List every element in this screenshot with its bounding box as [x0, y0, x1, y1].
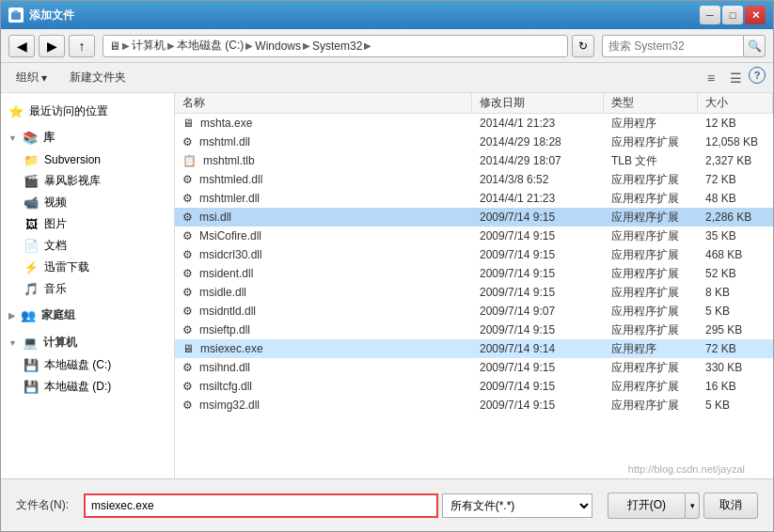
table-row[interactable]: ⚙ mshtmled.dll 2014/3/8 6:52 应用程序扩展 72 K… [175, 170, 773, 189]
open-dropdown-button[interactable]: ▾ [685, 493, 700, 519]
sidebar-item-picture[interactable]: 🖼 图片 [1, 213, 174, 235]
file-size: 2,327 KB [698, 151, 773, 170]
breadcrumb-drive[interactable]: 本地磁盘 (C:) [177, 38, 244, 54]
sidebar-item-subversion[interactable]: 📁 Subversion [1, 149, 174, 170]
table-row[interactable]: ⚙ msi.dll 2009/7/14 9:15 应用程序扩展 2,286 KB [175, 208, 773, 227]
breadcrumb[interactable]: 🖥 ▶ 计算机 ▶ 本地磁盘 (C:) ▶ Windows ▶ System32… [103, 35, 568, 57]
up-button[interactable]: ↑ [69, 35, 95, 57]
file-list-container: 名称 修改日期 类型 大小 🖥 mshta.exe 2014/4/1 21:23… [175, 93, 773, 478]
col-header-size[interactable]: 大小 [698, 93, 773, 113]
file-type: 应用程序扩展 [604, 189, 698, 208]
sidebar-storm-video-label: 暴风影视库 [44, 173, 101, 189]
view-list-button[interactable]: ≡ [700, 67, 722, 89]
library-expand-icon: ▼ [8, 133, 17, 143]
sidebar-library-header[interactable]: ▼ 📚 库 [1, 126, 174, 149]
sidebar-local-d-label: 本地磁盘 (D:) [44, 379, 111, 395]
sidebar-computer-header[interactable]: ▼ 💻 计算机 [1, 331, 174, 354]
footer-input-wrap: 所有文件(*.*)可执行文件(*.exe)DLL文件(*.dll) [84, 493, 592, 518]
table-row[interactable]: ⚙ mshtmler.dll 2014/4/1 21:23 应用程序扩展 48 … [175, 189, 773, 208]
sidebar-section-library: ▼ 📚 库 📁 Subversion 🎬 暴风影视库 📹 视频 🖼 [1, 126, 174, 300]
help-button[interactable]: ? [749, 67, 766, 84]
col-header-name[interactable]: 名称 [175, 93, 472, 113]
table-row[interactable]: ⚙ msimg32.dll 2009/7/14 9:15 应用程序扩展 5 KB [175, 396, 773, 415]
sidebar-subversion-label: Subversion [44, 153, 101, 166]
col-header-date[interactable]: 修改日期 [472, 93, 604, 113]
breadcrumb-computer[interactable]: 计算机 [132, 38, 166, 54]
sidebar-library-label: 库 [43, 130, 55, 146]
sidebar-item-local-d[interactable]: 💾 本地磁盘 (D:) [1, 376, 174, 398]
file-date: 2014/4/29 18:28 [472, 133, 604, 151]
close-button[interactable]: ✕ [745, 6, 766, 24]
file-icon-exe: 🖥 [182, 117, 194, 130]
table-row[interactable]: ⚙ msidle.dll 2009/7/14 9:15 应用程序扩展 8 KB [175, 283, 773, 302]
organize-label: 组织 [16, 70, 39, 86]
new-folder-label: 新建文件夹 [70, 70, 126, 86]
sidebar-music-label: 音乐 [44, 281, 67, 297]
file-size: 72 KB [698, 339, 773, 358]
file-date: 2009/7/14 9:07 [472, 302, 604, 321]
maximize-button[interactable]: □ [722, 6, 743, 24]
back-button[interactable]: ◀ [8, 35, 35, 57]
table-row[interactable]: 🖥 msiexec.exe 2009/7/14 9:14 应用程序 72 KB [175, 339, 773, 358]
table-row[interactable]: 🖥 mshta.exe 2014/4/1 21:23 应用程序 12 KB [175, 114, 773, 133]
breadcrumb-windows[interactable]: Windows [255, 39, 301, 53]
file-date: 2009/7/14 9:15 [472, 358, 604, 377]
filetype-select[interactable]: 所有文件(*.*)可执行文件(*.exe)DLL文件(*.dll) [442, 493, 592, 518]
file-size: 12,058 KB [698, 133, 773, 151]
sidebar-local-c-label: 本地磁盘 (C:) [44, 357, 111, 373]
sidebar-item-local-c[interactable]: 💾 本地磁盘 (C:) [1, 354, 174, 376]
file-icon-tlb: 📋 [182, 154, 197, 167]
sidebar-picture-label: 图片 [44, 216, 67, 232]
sidebar-item-music[interactable]: 🎵 音乐 [1, 278, 174, 300]
homegroup-expand-icon: ▶ [8, 311, 15, 321]
file-name: msihnd.dll [199, 361, 250, 374]
table-row[interactable]: ⚙ msidcrl30.dll 2009/7/14 9:15 应用程序扩展 46… [175, 245, 773, 264]
breadcrumb-system32[interactable]: System32 [312, 39, 362, 53]
table-row[interactable]: ⚙ msident.dll 2009/7/14 9:15 应用程序扩展 52 K… [175, 264, 773, 283]
file-size: 8 KB [698, 283, 773, 302]
file-name: msiltcfg.dll [199, 380, 252, 393]
search-button[interactable]: 🔍 [743, 35, 766, 57]
add-file-dialog: 添加文件 ─ □ ✕ ◀ ▶ ↑ 🖥 ▶ 计算机 ▶ 本地磁盘 (C:) ▶ W… [0, 0, 774, 532]
file-date: 2014/3/8 6:52 [472, 170, 604, 189]
computer-expand-icon: ▼ [8, 338, 17, 348]
open-button[interactable]: 打开(O) [608, 493, 685, 519]
file-icon-dll: ⚙ [182, 135, 193, 149]
file-type: TLB 文件 [604, 151, 698, 170]
table-row[interactable]: ⚙ msihnd.dll 2009/7/14 9:15 应用程序扩展 330 K… [175, 358, 773, 377]
refresh-button[interactable]: ↻ [572, 35, 594, 57]
file-name: MsiCofire.dll [199, 229, 261, 243]
sidebar-item-storm-video[interactable]: 🎬 暴风影视库 [1, 170, 174, 192]
table-row[interactable]: ⚙ msidntld.dll 2009/7/14 9:07 应用程序扩展 5 K… [175, 302, 773, 321]
sidebar-item-thunder[interactable]: ⚡ 迅雷下载 [1, 257, 174, 278]
file-date: 2009/7/14 9:15 [472, 396, 604, 415]
organize-button[interactable]: 组织 ▾ [8, 67, 55, 89]
dialog-icon [8, 8, 24, 23]
search-input[interactable] [602, 35, 743, 57]
sidebar-item-recent[interactable]: ⭐ 最近访问的位置 [1, 101, 174, 122]
table-row[interactable]: ⚙ MsiCofire.dll 2009/7/14 9:15 应用程序扩展 35… [175, 227, 773, 245]
sidebar-homegroup-header[interactable]: ▶ 👥 家庭组 [1, 304, 174, 327]
table-row[interactable]: ⚙ msieftp.dll 2009/7/14 9:15 应用程序扩展 295 … [175, 321, 773, 339]
filename-input[interactable] [84, 493, 438, 518]
subversion-icon: 📁 [24, 152, 39, 167]
table-row[interactable]: 📋 mshtml.tlb 2014/4/29 18:07 TLB 文件 2,32… [175, 151, 773, 170]
table-row[interactable]: ⚙ mshtml.dll 2014/4/29 18:28 应用程序扩展 12,0… [175, 133, 773, 151]
file-name: msidle.dll [199, 286, 246, 299]
sidebar-item-document[interactable]: 📄 文档 [1, 235, 174, 257]
file-size: 48 KB [698, 189, 773, 208]
file-type: 应用程序扩展 [604, 358, 698, 377]
col-header-type[interactable]: 类型 [604, 93, 698, 113]
file-name: msiexec.exe [200, 342, 263, 355]
homegroup-icon: 👥 [21, 308, 36, 323]
file-date: 2014/4/1 21:23 [472, 114, 604, 133]
minimize-button[interactable]: ─ [700, 6, 720, 24]
forward-button[interactable]: ▶ [39, 35, 65, 57]
sidebar-item-video[interactable]: 📹 视频 [1, 192, 174, 213]
cancel-button[interactable]: 取消 [703, 493, 758, 519]
sidebar-section-recent: ⭐ 最近访问的位置 [1, 101, 174, 122]
table-row[interactable]: ⚙ msiltcfg.dll 2009/7/14 9:15 应用程序扩展 16 … [175, 377, 773, 396]
new-folder-button[interactable]: 新建文件夹 [62, 67, 134, 89]
file-date: 2014/4/29 18:07 [472, 151, 604, 170]
view-details-button[interactable]: ☰ [724, 67, 747, 89]
